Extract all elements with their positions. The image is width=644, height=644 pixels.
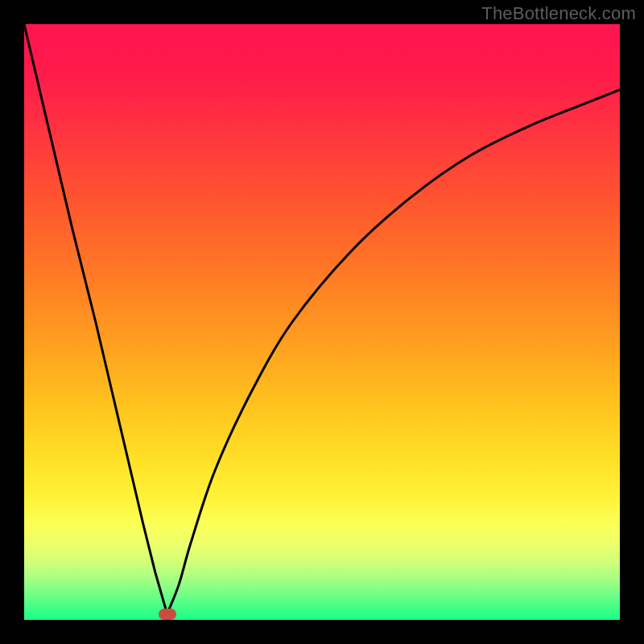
bottleneck-curve — [24, 24, 620, 620]
chart-plot-area — [24, 24, 620, 620]
attribution-label: TheBottleneck.com — [481, 3, 636, 24]
min-marker — [159, 609, 176, 620]
chart-frame: TheBottleneck.com — [0, 0, 644, 644]
